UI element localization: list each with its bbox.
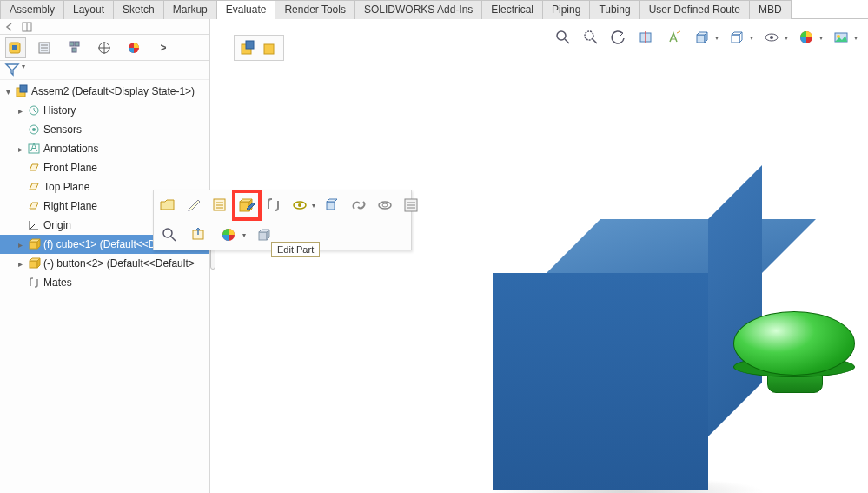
tab-mbd[interactable]: MBD (749, 0, 792, 19)
svg-rect-16 (20, 85, 27, 92)
tab-tubing[interactable]: Tubing (589, 0, 639, 19)
plane-icon (26, 198, 42, 214)
change-transparency-icon[interactable] (324, 195, 341, 216)
tree-item-label: Sensors (43, 123, 82, 136)
feature-manager-filter[interactable]: ▾ (0, 61, 209, 80)
display-manager-tab[interactable] (123, 37, 144, 58)
open-part-icon[interactable] (159, 195, 176, 216)
chevron-down-icon[interactable]: ▾ (312, 202, 315, 210)
tree-item-label: Front Plane (43, 162, 97, 174)
previous-view-icon[interactable] (609, 28, 628, 47)
tree-item-label: Right Plane (43, 200, 97, 212)
tree-item-mates[interactable]: Mates (0, 273, 209, 292)
heads-up-mini-toolbar (234, 35, 284, 61)
svg-point-30 (557, 31, 566, 40)
view-heads-up-toolbar: ▾ ▾ ▾ ▾ ▾ (553, 28, 858, 47)
chevron-down-icon[interactable]: ▾ (854, 34, 858, 42)
svg-line-24 (30, 224, 35, 230)
temporary-fix-icon[interactable] (350, 195, 368, 216)
svg-rect-51 (327, 202, 335, 210)
normal-to-icon[interactable] (189, 224, 209, 245)
apply-scene-icon[interactable] (832, 28, 851, 47)
tab-assembly[interactable]: Assembly (0, 0, 64, 19)
zoom-to-fit-icon[interactable] (553, 28, 573, 47)
configuration-manager-tab[interactable] (64, 37, 85, 58)
cube-front-face[interactable] (493, 273, 708, 490)
tab-markup[interactable]: Markup (163, 0, 217, 19)
chevron-right-icon[interactable]: ▸ (16, 240, 24, 250)
tree-root-label: Assem2 (Default<Display State-1>) (31, 85, 195, 97)
panel-split-icon[interactable] (21, 21, 33, 33)
show-hidden-icon[interactable] (291, 195, 308, 216)
view-orientation-icon[interactable] (692, 28, 712, 47)
chevron-down-icon[interactable]: ▾ (785, 34, 788, 42)
svg-point-50 (298, 203, 301, 207)
chevron-right-icon[interactable]: ▸ (16, 259, 24, 269)
tab-user-defined-route[interactable]: User Defined Route (639, 0, 750, 19)
property-manager-tab[interactable] (35, 37, 56, 58)
display-style-icon[interactable] (727, 28, 746, 47)
copy-with-mates-icon[interactable] (376, 195, 394, 216)
chevron-down-icon[interactable]: ▾ (819, 34, 823, 42)
edit-sketch-icon[interactable] (185, 195, 202, 216)
cube-top-face[interactable] (547, 219, 816, 273)
component-properties-icon[interactable] (402, 195, 420, 216)
feature-tree: ▾ Assem2 (Default<Display State-1>) ▸ Hi… (0, 80, 209, 294)
svg-rect-3 (12, 45, 17, 50)
assembly-icon (14, 83, 30, 99)
tab-evaluate[interactable]: Evaluate (216, 0, 276, 19)
assembly-icon[interactable] (238, 38, 257, 57)
tab-render-tools[interactable]: Render Tools (275, 0, 355, 19)
panel-splitter[interactable] (209, 19, 216, 493)
history-back-icon[interactable] (3, 21, 16, 33)
tree-root-assembly[interactable]: ▾ Assem2 (Default<Display State-1>) (0, 82, 209, 101)
plane-icon (26, 160, 42, 176)
cube-right-face[interactable] (708, 165, 762, 436)
hide-show-items-icon[interactable] (762, 28, 781, 47)
section-view-icon[interactable] (637, 28, 656, 47)
tree-item-front-plane[interactable]: Front Plane (0, 158, 209, 177)
chevron-down-icon[interactable]: ▾ (750, 34, 753, 42)
feature-manager-top-toolbar (0, 19, 209, 35)
context-toolbar-row-1: ▾ (154, 190, 411, 220)
dynamic-annotation-icon[interactable] (665, 28, 684, 47)
edit-appearance-icon[interactable] (797, 28, 816, 47)
tab-layout[interactable]: Layout (63, 0, 114, 19)
svg-line-33 (593, 39, 597, 43)
tab-sketch[interactable]: Sketch (113, 0, 164, 19)
feature-tree-tab[interactable] (5, 37, 26, 58)
command-manager-tabs: Assembly Layout Sketch Markup Evaluate R… (0, 0, 868, 19)
dimxpert-manager-tab[interactable] (94, 37, 115, 58)
tab-piping[interactable]: Piping (542, 0, 590, 19)
tree-item-history[interactable]: ▸ History (0, 101, 209, 120)
tab-solidworks-addins[interactable]: SOLIDWORKS Add-Ins (354, 0, 482, 19)
history-icon (26, 103, 42, 118)
svg-point-40 (770, 36, 773, 39)
svg-rect-8 (70, 42, 74, 46)
tree-item-label: (-) button<2> (Default<<Default> (43, 257, 195, 270)
edit-part-button[interactable] (237, 195, 256, 216)
part-icon (26, 256, 42, 271)
svg-line-59 (171, 237, 176, 241)
zoom-to-selection-icon[interactable] (159, 224, 180, 245)
chevron-down-icon[interactable]: ▾ (3, 87, 12, 97)
zoom-area-icon[interactable] (581, 28, 600, 47)
chevron-down-icon[interactable]: ▾ (242, 231, 246, 239)
appearance-icon[interactable] (218, 224, 239, 245)
chevron-down-icon[interactable]: ▾ (715, 34, 719, 42)
chevron-right-icon[interactable]: ▸ (16, 144, 24, 154)
knob-cap[interactable] (733, 311, 855, 376)
insert-mate-icon[interactable] (265, 195, 282, 216)
tree-item-button[interactable]: ▸ (-) button<2> (Default<<Default> (0, 254, 209, 273)
chevron-right-icon[interactable]: ▸ (16, 106, 24, 116)
tree-item-annotations[interactable]: ▸ A Annotations (0, 139, 209, 158)
svg-point-43 (837, 35, 840, 38)
tree-item-sensors[interactable]: Sensors (0, 120, 209, 139)
tab-electrical[interactable]: Electrical (481, 0, 543, 19)
make-virtual-icon[interactable] (211, 195, 229, 216)
annotation-icon: A (26, 141, 42, 157)
svg-rect-29 (264, 44, 274, 54)
tooltip-edit-part: Edit Part (271, 242, 320, 257)
part-icon[interactable] (261, 38, 280, 57)
more-tabs-button[interactable]: > (153, 37, 174, 58)
